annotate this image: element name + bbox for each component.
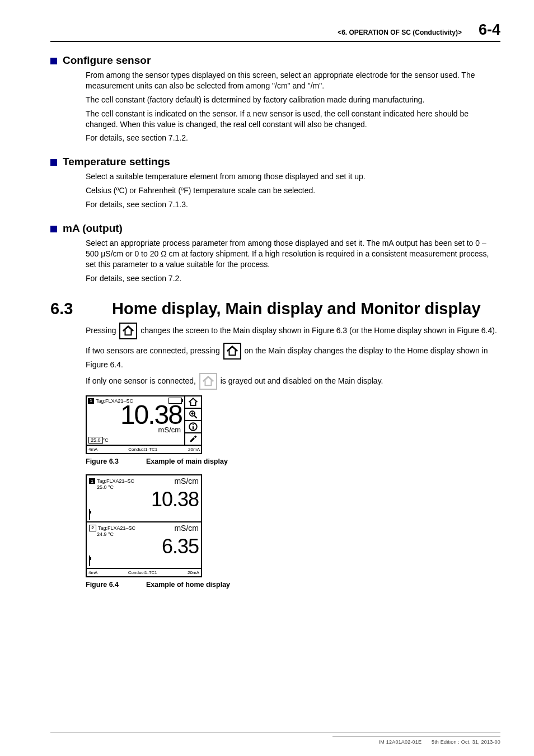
figure-caption-6-4: Figure 6.4Example of home display [86,581,500,589]
figure-6-4: 1 Tag:FLXA21–SC mS/cm 25.0 °C 10.38 2 Ta… [86,474,500,577]
tag-label: Tag:FLXA21–SC [97,478,134,484]
paragraph: Pressing changes the screen to the Main … [86,323,500,339]
page-header: <6. OPERATION OF SC (Conductivity)> 6-4 [50,21,500,42]
home-icon-disabled [199,373,217,390]
home-button[interactable] [185,396,201,409]
battery-icon [168,398,182,404]
svg-line-1 [194,416,197,419]
paragraph: The cell constant (factory default) is d… [86,95,500,105]
paragraph: For details, see section 7.1.2. [86,133,500,143]
paragraph: The cell constant is indicated on the se… [86,109,500,130]
sensor-number-badge: 2 [89,525,96,531]
paragraph: From among the sensor types displayed on… [86,70,500,91]
heading-ma-output: mA (output) [50,222,500,235]
signal-name: Conduct1-TC1 [128,447,157,452]
info-button[interactable] [185,421,201,433]
figure-caption-6-3: Figure 6.3Example of main display [86,458,500,465]
paragraph: If two sensors are connected, pressing o… [86,343,500,370]
paragraph: If only one sensor is connected, is gray… [86,373,500,390]
heading-text: mA (output) [63,222,123,234]
edition-info: 5th Edition : Oct. 31, 2013-00 [432,739,500,745]
paragraph: For details, see section 7.2. [86,273,500,284]
range-high: 20mA [188,570,199,575]
status-bar: 4mA Conduct1-TC1 20mA [87,445,201,453]
heading-number: 6.3 [50,300,112,318]
document-id: IM 12A01A02-01E [379,739,422,745]
range-low: 4mA [88,570,97,575]
text-fragment: If two sensors are connected, pressing [86,346,222,354]
paragraph: Select an appropriate process parameter … [86,238,500,270]
text-fragment: is grayed out and disabled on the Main d… [221,376,383,385]
page-number: 6-4 [479,21,500,39]
status-bar: 4mA Conduct1-TC1 20mA [87,568,201,576]
text-fragment: If only one sensor is connected, [86,376,198,385]
tag-label: Tag:FLXA21–SC [98,525,135,531]
svg-point-5 [193,424,194,425]
text-fragment: Pressing [86,325,118,334]
battery-icon [89,556,90,566]
figure-caption-text: Example of main display [146,458,228,465]
paragraph: Select a suitable temperature element fr… [86,171,500,182]
heading-6-3: 6.3 Home display, Main display and Monit… [50,300,500,318]
main-display-mockup: 1 Tag:FLXA21–SC 10.38 mS/cm 25.0°C [86,395,202,454]
measurement-unit: mS/cm [174,524,199,533]
figure-6-3: 1 Tag:FLXA21–SC 10.38 mS/cm 25.0°C [86,395,500,454]
temperature-unit: °C [103,437,109,443]
page-footer: IM 12A01A02-01E 5th Edition : Oct. 31, 2… [332,736,500,745]
range-low: 4mA [88,447,97,452]
range-high: 20mA [188,447,200,452]
home-icon [223,343,241,360]
heading-configure-sensor: Configure sensor [50,54,500,67]
bullet-square-icon [50,58,57,64]
settings-button[interactable] [185,433,201,445]
home-display-mockup: 1 Tag:FLXA21–SC mS/cm 25.0 °C 10.38 2 Ta… [86,474,202,577]
battery-icon [89,509,90,520]
sensor-number-badge: 1 [88,398,94,404]
heading-temperature-settings: Temperature settings [50,156,500,168]
heading-text: Temperature settings [63,156,170,167]
bullet-square-icon [50,226,57,232]
measurement-value: 10.38 [89,491,199,508]
measurement-value: 10.38 [87,404,184,427]
figure-caption-text: Example of home display [146,581,230,589]
sensor-number-badge: 1 [89,478,95,484]
sensor-panel-2: 2 Tag:FLXA21–SC mS/cm 24.9 °C 6.35 [87,521,201,566]
footer-rule [50,732,500,732]
heading-text: Home display, Main display and Monitor d… [112,300,500,318]
text-fragment: changes the screen to the Main display s… [140,325,497,334]
zoom-button[interactable] [185,409,201,421]
chapter-title: <6. OPERATION OF SC (Conductivity)> [338,29,462,36]
figure-label: Figure 6.3 [86,458,146,465]
figure-label: Figure 6.4 [86,581,146,589]
sensor-panel-1: 1 Tag:FLXA21–SC mS/cm 25.0 °C 10.38 [87,475,201,519]
paragraph: For details, see section 7.1.3. [86,199,500,210]
signal-name: Conduct1-TC1 [128,570,157,575]
temperature-value: 25.0 [88,437,103,444]
bullet-square-icon [50,159,57,166]
heading-text: Configure sensor [63,54,151,66]
measurement-value: 6.35 [89,538,199,556]
measurement-unit: mS/cm [174,477,199,486]
home-icon [119,323,137,339]
paragraph: Celsius (ºC) or Fahrenheit (ºF) temperat… [86,185,500,196]
side-buttons [184,396,201,445]
